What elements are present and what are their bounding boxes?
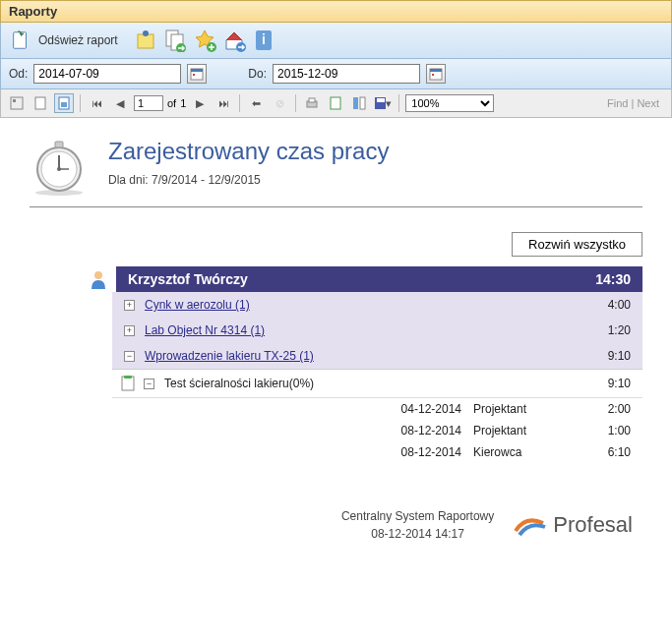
brand-name: Profesal (553, 512, 633, 538)
find-next-group: Find | Next (607, 97, 665, 109)
footer-system: Centralny System Raportowy (341, 507, 494, 525)
detail-row: 08-12-2014 Projektant 1:00 (112, 420, 642, 441)
detail-date: 04-12-2014 (373, 402, 461, 416)
print-icon[interactable] (302, 93, 322, 113)
to-calendar-icon[interactable] (426, 64, 446, 84)
svg-point-34 (57, 167, 61, 171)
detail-time: 1:00 (572, 424, 631, 437)
layout-icon[interactable] (349, 93, 369, 113)
group-label[interactable]: Wprowadzenie lakieru TX-25 (1) (145, 349, 572, 363)
person-name: Krzysztof Twórczy (128, 271, 248, 287)
stopwatch-icon (30, 138, 89, 197)
info-icon[interactable]: i (252, 29, 275, 52)
date-filter-row: Od: Do: (0, 59, 672, 89)
svg-point-2 (143, 30, 149, 36)
page-setup-icon[interactable] (54, 93, 74, 113)
to-date-input[interactable] (273, 64, 420, 84)
person-header[interactable]: Krzysztof Twórczy 14:30 (116, 266, 642, 292)
data-section: Krzysztof Twórczy 14:30 + Cynk w aerozol… (89, 266, 642, 463)
of-label: of (167, 97, 176, 109)
task-file-icon (120, 376, 136, 391)
svg-rect-12 (193, 74, 195, 76)
svg-rect-16 (11, 97, 23, 109)
svg-rect-17 (13, 99, 16, 102)
next-link[interactable]: Next (637, 97, 659, 109)
report-viewer-toolbar: ⏮ ◀ of 1 ▶ ⏭ ⬅ ⊘ ▾ 100% Find | Next (0, 89, 672, 118)
print-layout-icon[interactable] (31, 93, 50, 113)
save-icon[interactable]: ▾ (373, 93, 393, 113)
last-page-icon[interactable]: ⏭ (214, 93, 233, 113)
zoom-select[interactable]: 100% (405, 94, 494, 112)
prev-page-icon[interactable]: ◀ (110, 93, 130, 113)
svg-rect-24 (353, 97, 358, 109)
refresh-icon[interactable] (9, 29, 32, 52)
refresh-label[interactable]: Odśwież raport (38, 33, 118, 47)
window-title: Raporty (9, 4, 57, 19)
group-row[interactable]: − Wprowadzenie lakieru TX-25 (1) 9:10 (112, 343, 642, 369)
report-footer: Centralny System Raportowy 08-12-2014 14… (30, 507, 633, 543)
brand-swoosh-icon (514, 511, 547, 539)
from-calendar-icon[interactable] (187, 64, 207, 84)
from-label: Od: (9, 67, 28, 81)
expand-icon[interactable]: + (124, 300, 135, 311)
svg-rect-27 (377, 98, 385, 102)
footer-timestamp: 08-12-2014 14:17 (341, 525, 494, 543)
detail-date: 08-12-2014 (373, 445, 461, 459)
report-title: Zarejestrowany czas pracy (108, 138, 389, 165)
svg-rect-31 (55, 142, 63, 147)
svg-rect-20 (61, 102, 67, 107)
person-total: 14:30 (595, 271, 631, 287)
group-label[interactable]: Lab Object Nr 4314 (1) (145, 323, 572, 337)
svg-point-35 (94, 271, 102, 279)
group-row[interactable]: + Cynk w aerozolu (1) 4:00 (112, 292, 642, 318)
person-icon (89, 269, 108, 289)
svg-rect-1 (138, 34, 153, 48)
detail-time: 2:00 (572, 402, 631, 416)
report-header: Zarejestrowany czas pracy Dla dni: 7/9/2… (30, 138, 642, 207)
page-number-input[interactable] (134, 95, 163, 111)
svg-rect-23 (331, 97, 340, 109)
svg-rect-14 (430, 69, 442, 72)
svg-rect-37 (124, 376, 132, 379)
total-pages: 1 (180, 97, 186, 109)
svg-rect-0 (14, 32, 27, 49)
first-page-icon[interactable]: ⏮ (87, 93, 106, 113)
to-label: Do: (248, 67, 267, 81)
expand-all-button[interactable]: Rozwiń wszystko (512, 232, 642, 257)
group-time: 9:10 (572, 349, 631, 363)
detail-row: 04-12-2014 Projektant 2:00 (112, 398, 642, 420)
report-content: Zarejestrowany czas pracy Dla dni: 7/9/2… (0, 118, 672, 572)
test-label: Test ścieralności lakieru(0%) (164, 377, 572, 390)
detail-role: Projektant (473, 424, 572, 437)
person-row: Krzysztof Twórczy 14:30 (89, 266, 642, 292)
main-toolbar: Odśwież raport i (0, 23, 672, 59)
svg-rect-25 (360, 97, 365, 109)
from-date-input[interactable] (33, 64, 181, 84)
favorite-add-icon[interactable] (193, 29, 216, 52)
back-icon[interactable]: ⬅ (246, 93, 266, 113)
test-row[interactable]: − Test ścieralności lakieru(0%) 9:10 (112, 370, 642, 398)
page-view-icon[interactable] (326, 93, 345, 113)
report-subtitle: Dla dni: 7/9/2014 - 12/9/2015 (108, 173, 389, 187)
svg-text:i: i (262, 31, 266, 47)
detail-role: Projektant (473, 402, 572, 416)
svg-rect-15 (432, 74, 434, 76)
doc-map-icon[interactable] (7, 93, 27, 113)
brand-logo: Profesal (514, 511, 633, 539)
stop-icon[interactable]: ⊘ (270, 93, 289, 113)
group-label[interactable]: Cynk w aerozolu (1) (145, 298, 572, 312)
expand-icon[interactable]: + (124, 325, 135, 336)
group-row[interactable]: + Lab Object Nr 4314 (1) 1:20 (112, 318, 642, 343)
find-link[interactable]: Find (607, 97, 628, 109)
window-title-bar: Raporty (0, 0, 672, 23)
home-go-icon[interactable] (222, 29, 246, 52)
svg-rect-36 (122, 377, 134, 390)
export-page-icon[interactable] (163, 29, 187, 52)
svg-rect-22 (309, 98, 315, 102)
next-page-icon[interactable]: ▶ (190, 93, 210, 113)
collapse-icon[interactable]: − (124, 351, 135, 362)
collapse-icon[interactable]: − (144, 379, 154, 389)
detail-time: 6:10 (572, 445, 631, 459)
note-pin-icon[interactable] (134, 29, 157, 52)
group-time: 1:20 (572, 323, 631, 337)
